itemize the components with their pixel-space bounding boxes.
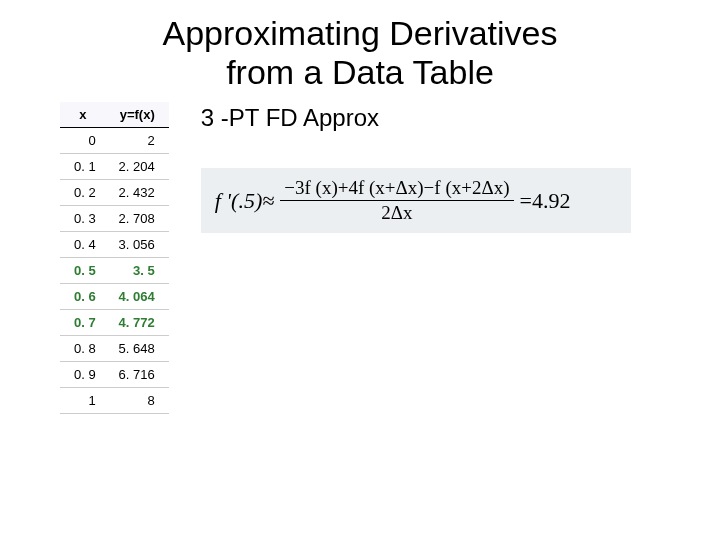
formula-lhs: f '(.5)≈	[215, 188, 275, 214]
title-line-2: from a Data Table	[226, 53, 494, 91]
data-table: x y=f(x) 020. 12. 2040. 22. 4320. 32. 70…	[60, 102, 169, 414]
col-header-y: y=f(x)	[106, 102, 169, 128]
table-row: 0. 32. 708	[60, 206, 169, 232]
table-row: 0. 53. 5	[60, 258, 169, 284]
cell-x: 0. 4	[60, 232, 106, 258]
formula-denominator: 2Δx	[381, 201, 412, 223]
table-row: 0. 85. 648	[60, 336, 169, 362]
cell-y: 3. 056	[106, 232, 169, 258]
cell-y: 4. 064	[106, 284, 169, 310]
cell-y: 3. 5	[106, 258, 169, 284]
cell-x: 0. 9	[60, 362, 106, 388]
cell-y: 4. 772	[106, 310, 169, 336]
cell-y: 2. 432	[106, 180, 169, 206]
cell-x: 0. 7	[60, 310, 106, 336]
cell-y: 2	[106, 128, 169, 154]
table-row: 0. 74. 772	[60, 310, 169, 336]
table-row: 0. 96. 716	[60, 362, 169, 388]
table-row: 18	[60, 388, 169, 414]
formula-fraction: −3f (x)+4f (x+Δx)−f (x+2Δx) 2Δx	[280, 178, 513, 223]
table-row: 0. 43. 056	[60, 232, 169, 258]
formula-rhs: =4.92	[520, 188, 571, 214]
slide-title: Approximating Derivatives from a Data Ta…	[0, 0, 720, 92]
cell-x: 0. 6	[60, 284, 106, 310]
cell-x: 1	[60, 388, 106, 414]
method-heading: 3 -PT FD Approx	[201, 104, 692, 132]
table-row: 0. 64. 064	[60, 284, 169, 310]
cell-y: 2. 204	[106, 154, 169, 180]
cell-x: 0. 1	[60, 154, 106, 180]
table-row: 0. 12. 204	[60, 154, 169, 180]
formula: f '(.5)≈ −3f (x)+4f (x+Δx)−f (x+2Δx) 2Δx…	[201, 168, 631, 233]
cell-x: 0. 3	[60, 206, 106, 232]
cell-x: 0	[60, 128, 106, 154]
cell-x: 0. 8	[60, 336, 106, 362]
cell-x: 0. 2	[60, 180, 106, 206]
table-row: 0. 22. 432	[60, 180, 169, 206]
cell-y: 5. 648	[106, 336, 169, 362]
formula-numerator: −3f (x)+4f (x+Δx)−f (x+2Δx)	[280, 178, 513, 201]
cell-y: 8	[106, 388, 169, 414]
right-column: 3 -PT FD Approx f '(.5)≈ −3f (x)+4f (x+Δ…	[201, 102, 692, 414]
slide-content: x y=f(x) 020. 12. 2040. 22. 4320. 32. 70…	[0, 92, 720, 414]
cell-y: 2. 708	[106, 206, 169, 232]
title-line-1: Approximating Derivatives	[163, 14, 558, 52]
cell-y: 6. 716	[106, 362, 169, 388]
table-row: 02	[60, 128, 169, 154]
cell-x: 0. 5	[60, 258, 106, 284]
col-header-x: x	[60, 102, 106, 128]
